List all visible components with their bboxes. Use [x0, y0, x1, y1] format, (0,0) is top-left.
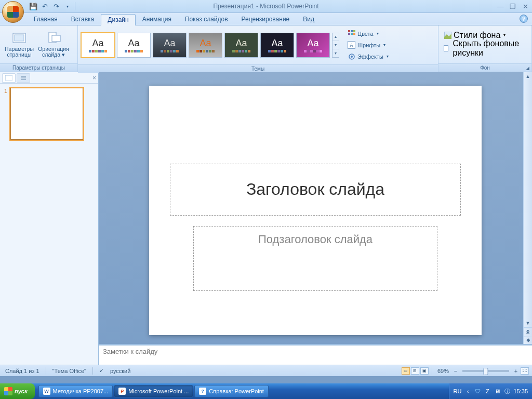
- tab-insert[interactable]: Вставка: [64, 14, 101, 25]
- theme-thumb[interactable]: Aa: [153, 33, 187, 58]
- windows-taskbar: пуск WМетодичка PP2007... PMicrosoft Pow…: [0, 383, 532, 399]
- effects-icon: [348, 52, 355, 60]
- restore-button[interactable]: ❐: [508, 3, 517, 10]
- tray-icon[interactable]: 🛡: [474, 388, 481, 395]
- page-setup-icon: [12, 31, 26, 45]
- svg-rect-8: [351, 33, 353, 35]
- slides-tab-icon[interactable]: [2, 73, 16, 83]
- fonts-icon: A: [348, 41, 355, 49]
- svg-rect-7: [348, 33, 350, 35]
- taskbar-item[interactable]: WМетодичка PP2007...: [38, 385, 113, 397]
- subtitle-placeholder[interactable]: Подзаголовок слайда: [193, 226, 437, 291]
- qat-customize-icon[interactable]: ▾: [62, 1, 73, 11]
- gallery-more[interactable]: ▴▾▾: [332, 33, 339, 58]
- colors-icon: [348, 30, 355, 37]
- sorter-view-icon[interactable]: ⊞: [411, 367, 419, 375]
- notes-pane[interactable]: Заметки к слайду: [99, 344, 532, 365]
- taskbar-item[interactable]: PMicrosoft PowerPoint ...: [114, 385, 193, 397]
- tray-icon[interactable]: ‹: [464, 388, 471, 395]
- system-tray: RU ‹ 🛡 Z 🖥 ⓘ 15:35: [449, 383, 532, 399]
- tab-view[interactable]: Вид: [296, 14, 321, 25]
- hide-background-checkbox[interactable]: Скрыть фоновые рисунки: [442, 43, 528, 54]
- background-styles-icon: [444, 31, 451, 39]
- pane-close-icon[interactable]: ×: [92, 74, 96, 82]
- theme-fonts-button[interactable]: AШрифты▾: [345, 39, 391, 50]
- theme-thumb[interactable]: Aa: [117, 33, 151, 58]
- scroll-down-icon[interactable]: ▼: [524, 319, 532, 327]
- prev-slide-icon[interactable]: ⯭: [524, 328, 532, 336]
- orientation-icon: [46, 31, 61, 45]
- svg-rect-6: [353, 30, 355, 32]
- svg-rect-5: [351, 30, 353, 32]
- slide-canvas[interactable]: Заголовок слайда Подзаголовок слайда: [149, 86, 482, 335]
- zoom-slider[interactable]: [462, 370, 509, 372]
- quick-access-toolbar: 💾 ↶ ↷ ▾: [28, 1, 76, 11]
- svg-rect-4: [348, 30, 350, 32]
- theme-thumb[interactable]: Aa: [260, 33, 294, 58]
- theme-thumb[interactable]: Aa: [296, 33, 330, 58]
- slideshow-view-icon[interactable]: ▣: [420, 367, 429, 375]
- close-button[interactable]: ✕: [521, 3, 530, 10]
- theme-effects-button[interactable]: Эффекты▾: [345, 51, 391, 62]
- tray-clock[interactable]: 15:35: [513, 388, 528, 394]
- undo-icon[interactable]: ↶: [39, 1, 50, 11]
- vertical-scrollbar[interactable]: ▲ ▼ ⯭⯯: [523, 72, 532, 344]
- group-label-background: Фон◢: [438, 63, 531, 72]
- svg-rect-1: [15, 35, 24, 41]
- powerpoint-icon: P: [118, 388, 126, 395]
- minimize-button[interactable]: ―: [496, 3, 505, 10]
- tab-home[interactable]: Главная: [27, 14, 64, 25]
- ribbon-tabs: Главная Вставка Дизайн Анимация Показ сл…: [0, 13, 532, 25]
- theme-colors-button[interactable]: Цвета▾: [345, 28, 391, 39]
- language-indicator[interactable]: русский: [108, 368, 132, 374]
- tab-review[interactable]: Рецензирование: [235, 14, 297, 25]
- checkbox-icon: [444, 45, 448, 51]
- dialog-launcher-icon[interactable]: ◢: [524, 65, 530, 71]
- orientation-button[interactable]: Ориентация слайда ▾: [37, 27, 70, 62]
- zoom-out-icon[interactable]: −: [452, 368, 459, 374]
- start-button[interactable]: пуск: [0, 383, 35, 399]
- tray-language[interactable]: RU: [454, 388, 462, 394]
- slide-thumbnails-pane: × 1: [0, 72, 99, 365]
- word-icon: W: [43, 388, 50, 395]
- save-icon[interactable]: 💾: [28, 1, 38, 11]
- theme-thumb[interactable]: Aa: [81, 33, 115, 58]
- slide-counter: Слайд 1 из 1: [3, 368, 42, 374]
- ribbon: Параметры страницы Ориентация слайда ▾ П…: [0, 25, 532, 72]
- tray-icon[interactable]: 🖥: [494, 388, 501, 395]
- theme-name: "Тема Office": [50, 368, 88, 374]
- tab-slideshow[interactable]: Показ слайдов: [178, 14, 235, 25]
- next-slide-icon[interactable]: ⯯: [524, 336, 532, 344]
- zoom-level[interactable]: 69%: [435, 368, 451, 374]
- page-setup-button[interactable]: Параметры страницы: [3, 27, 35, 62]
- normal-view-icon[interactable]: ▭: [402, 367, 410, 375]
- scroll-up-icon[interactable]: ▲: [524, 72, 532, 81]
- svg-point-11: [351, 56, 353, 58]
- theme-thumb[interactable]: Aa: [224, 33, 258, 58]
- help-icon[interactable]: ?: [520, 15, 528, 23]
- svg-rect-3: [52, 35, 60, 42]
- group-label-themes: Темы: [78, 64, 438, 73]
- taskbar-item[interactable]: ?Справка: PowerPoint: [194, 385, 269, 397]
- tab-design[interactable]: Дизайн: [101, 14, 135, 25]
- slide-editor: Заголовок слайда Подзаголовок слайда ▲ ▼…: [99, 72, 532, 344]
- slide-number: 1: [4, 88, 7, 140]
- tab-animation[interactable]: Анимация: [136, 14, 178, 25]
- spellcheck-icon[interactable]: ✓: [97, 367, 106, 374]
- status-bar: Слайд 1 из 1 "Тема Office" ✓ русский ▭ ⊞…: [0, 365, 532, 376]
- tray-icon[interactable]: ⓘ: [503, 388, 511, 395]
- window-title: Презентация1 - Microsoft PowerPoint: [213, 3, 318, 10]
- outline-tab-icon[interactable]: [17, 73, 30, 83]
- title-bar: 💾 ↶ ↷ ▾ Презентация1 - Microsoft PowerPo…: [0, 0, 532, 13]
- zoom-in-icon[interactable]: +: [512, 368, 520, 374]
- separator: [75, 2, 75, 10]
- theme-gallery: Aa Aa Aa Aa Aa Aa Aa ▴▾▾: [81, 33, 339, 58]
- help-icon: ?: [199, 388, 206, 395]
- theme-thumb[interactable]: Aa: [189, 33, 222, 58]
- fit-view-icon[interactable]: ⛶: [521, 367, 529, 375]
- redo-icon[interactable]: ↷: [51, 1, 61, 11]
- title-placeholder[interactable]: Заголовок слайда: [170, 164, 461, 216]
- office-button[interactable]: [2, 1, 24, 23]
- tray-icon[interactable]: Z: [484, 388, 491, 395]
- slide-thumbnail[interactable]: 1: [4, 88, 94, 140]
